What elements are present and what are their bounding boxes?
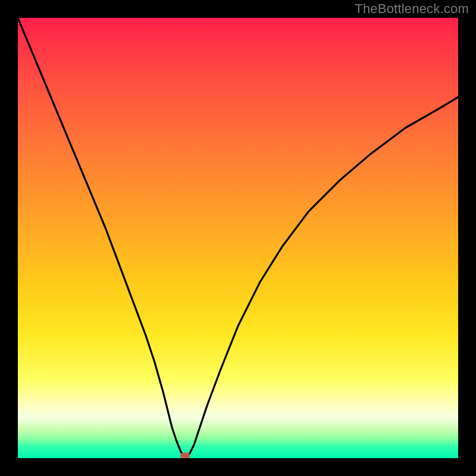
chart-frame: TheBottleneck.com	[0, 0, 476, 476]
watermark-text: TheBottleneck.com	[355, 1, 469, 17]
plot-area	[18, 18, 458, 458]
bottleneck-curve	[18, 18, 458, 458]
optimum-marker	[180, 453, 190, 458]
